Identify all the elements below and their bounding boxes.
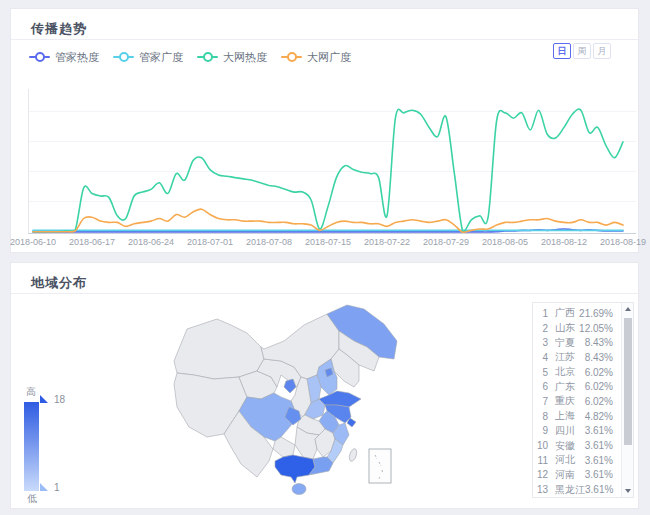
- province-guangxi[interactable]: [275, 455, 315, 483]
- ranking-row[interactable]: 5北京6.02%: [533, 365, 633, 380]
- ranking-rank: 9: [533, 425, 548, 436]
- ranking-region-name: 上海: [555, 409, 575, 423]
- ranking-percentage: 4.82%: [585, 411, 613, 422]
- period-button-周[interactable]: 周: [573, 43, 591, 59]
- ranking-row[interactable]: 7重庆6.02%: [533, 394, 633, 409]
- legend-marker-icon: [197, 52, 218, 62]
- ranking-percentage: 12.05%: [579, 323, 613, 334]
- legend-item-4[interactable]: 大网广度: [281, 50, 351, 65]
- ranking-rank: 13: [533, 484, 548, 495]
- legend-label: 管家广度: [139, 50, 183, 65]
- ranking-rank: 12: [533, 469, 548, 480]
- scrollbar-thumb[interactable]: [624, 318, 632, 445]
- ranking-region-name: 江苏: [555, 350, 575, 364]
- trend-card-title: 传播趋势: [31, 20, 87, 38]
- period-button-月[interactable]: 月: [593, 43, 611, 59]
- scrollbar-up-icon[interactable]: [625, 307, 631, 311]
- ranking-row[interactable]: 3宁夏8.43%: [533, 335, 633, 350]
- gradient-max-marker-icon: [40, 395, 48, 403]
- chart-series-lines: [33, 109, 623, 232]
- ranking-region-name: 山东: [555, 321, 575, 335]
- ranking-region-name: 安徽: [555, 439, 575, 453]
- ranking-rank: 1: [533, 308, 548, 319]
- ranking-region-name: 北京: [555, 365, 575, 379]
- province-taiwan[interactable]: [348, 448, 358, 462]
- province-hainan[interactable]: [292, 484, 306, 495]
- china-choropleth-map[interactable]: [169, 299, 404, 499]
- ranking-row[interactable]: 1广西21.69%: [533, 306, 633, 321]
- ranking-percentage: 6.02%: [585, 367, 613, 378]
- ranking-percentage: 3.61%: [585, 440, 613, 451]
- legend-item-3[interactable]: 大网热度: [197, 50, 267, 65]
- ranking-rank: 5: [533, 367, 548, 378]
- ranking-percentage: 21.69%: [579, 308, 613, 319]
- gradient-bar[interactable]: [24, 402, 39, 491]
- ranking-row[interactable]: 8上海4.82%: [533, 409, 633, 424]
- scrollbar-down-icon[interactable]: [625, 489, 631, 493]
- ranking-region-name: 宁夏: [555, 336, 575, 350]
- ranking-region-name: 重庆: [555, 394, 575, 408]
- x-tick-label: 2018-07-29: [415, 237, 477, 247]
- x-tick-label: 2018-08-12: [533, 237, 595, 247]
- dashboard-page: { "trend_card": { "title": "传播趋势", "peri…: [0, 0, 650, 515]
- region-card-title: 地域分布: [31, 274, 87, 292]
- province-shandong[interactable]: [319, 391, 361, 407]
- ranking-region-name: 黑龙江: [555, 483, 585, 497]
- ranking-region-name: 广东: [555, 380, 575, 394]
- ranking-percentage: 3.61%: [585, 469, 613, 480]
- legend-label: 大网广度: [307, 50, 351, 65]
- region-card-divider: [11, 293, 638, 294]
- ranking-region-name: 河北: [555, 453, 575, 467]
- x-tick-label: 2018-07-15: [297, 237, 359, 247]
- ranking-row[interactable]: 2山东12.05%: [533, 321, 633, 336]
- x-tick-label: 2018-07-22: [356, 237, 418, 247]
- ranking-row[interactable]: 10安徽3.61%: [533, 438, 633, 453]
- x-axis-tick-labels: 2018-06-102018-06-172018-06-242018-07-01…: [28, 237, 636, 251]
- trend-card: 传播趋势 管家热度管家广度大网热度大网广度 日周月 2018-06-102018…: [10, 8, 639, 253]
- ranking-rank: 3: [533, 337, 548, 348]
- x-tick-label: 2018-06-24: [120, 237, 182, 247]
- legend-marker-icon: [113, 52, 134, 62]
- chart-legend: 管家热度管家广度大网热度大网广度: [29, 47, 365, 67]
- province-xinjiang[interactable]: [174, 319, 264, 379]
- x-tick-label: 2018-08-05: [474, 237, 536, 247]
- gradient-max-value: 18: [54, 394, 65, 405]
- region-card: 地域分布 高 18 1 低: [10, 262, 639, 509]
- series-line-大网广度: [33, 209, 623, 232]
- legend-label: 大网热度: [223, 50, 267, 65]
- x-tick-label: 2018-06-17: [61, 237, 123, 247]
- ranking-percentage: 3.61%: [585, 455, 613, 466]
- trend-line-chart[interactable]: [28, 89, 636, 235]
- ranking-rank: 7: [533, 396, 548, 407]
- ranking-scrollbar[interactable]: [621, 303, 633, 497]
- ranking-region-name: 四川: [555, 424, 575, 438]
- period-toggle-group: 日周月: [551, 43, 611, 59]
- legend-item-2[interactable]: 管家广度: [113, 50, 183, 65]
- ranking-region-name: 广西: [555, 306, 575, 320]
- ranking-row[interactable]: 6广东6.02%: [533, 379, 633, 394]
- x-tick-label: 2018-08-19: [592, 237, 650, 247]
- period-button-日[interactable]: 日: [553, 43, 571, 59]
- trend-card-divider: [11, 39, 638, 40]
- gradient-low-label: 低: [27, 492, 37, 506]
- ranking-percentage: 6.02%: [585, 396, 613, 407]
- legend-label: 管家热度: [55, 50, 99, 65]
- legend-marker-icon: [29, 52, 50, 62]
- south-china-sea-inset: [369, 449, 391, 483]
- ranking-row[interactable]: 4江苏8.43%: [533, 350, 633, 365]
- ranking-percentage: 3.61%: [585, 425, 613, 436]
- ranking-row[interactable]: 9四川3.61%: [533, 424, 633, 439]
- ranking-rank: 11: [533, 455, 548, 466]
- legend-item-1[interactable]: 管家热度: [29, 50, 99, 65]
- ranking-row[interactable]: 13黑龙江3.61%: [533, 482, 633, 497]
- province-guizhou[interactable]: [273, 437, 295, 457]
- gradient-min-value: 1: [54, 482, 60, 493]
- ranking-rank: 4: [533, 352, 548, 363]
- region-ranking-box: 1广西21.69%2山东12.05%3宁夏8.43%4江苏8.43%5北京6.0…: [532, 302, 634, 498]
- ranking-row[interactable]: 11河北3.61%: [533, 453, 633, 468]
- ranking-percentage: 8.43%: [585, 352, 613, 363]
- ranking-percentage: 8.43%: [585, 337, 613, 348]
- x-tick-label: 2018-06-10: [2, 237, 64, 247]
- x-tick-label: 2018-07-01: [179, 237, 241, 247]
- ranking-row[interactable]: 12河南3.61%: [533, 468, 633, 483]
